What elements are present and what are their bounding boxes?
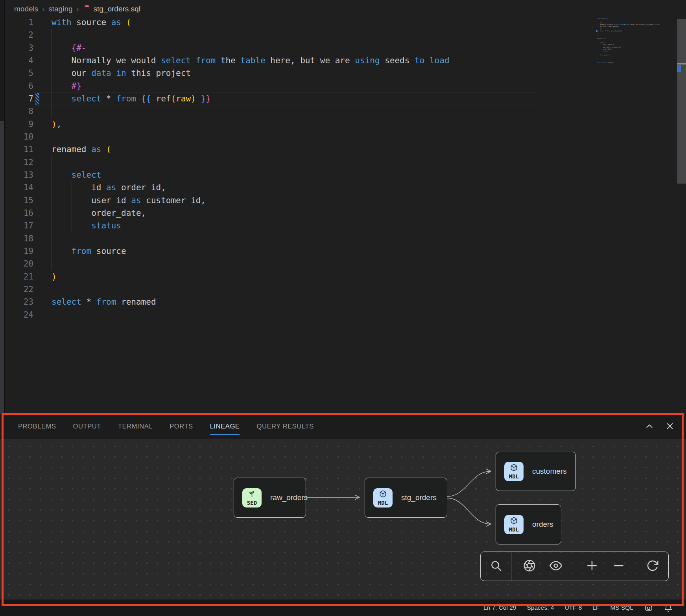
git-modified-gutter-icon [35, 93, 39, 105]
code-line[interactable]: 24 [4, 309, 686, 321]
panel-tab-ports[interactable]: PORTS [170, 421, 193, 432]
code-line[interactable]: 13 select [4, 169, 686, 181]
code-line[interactable]: 3 {#- [4, 42, 686, 54]
code-line[interactable]: 5 our data in this project [4, 67, 686, 79]
lineage-node-orders[interactable]: MDLorders [496, 504, 561, 544]
breadcrumb-item[interactable]: staging [48, 5, 72, 13]
panel-tab-problems[interactable]: PROBLEMS [18, 421, 56, 432]
refresh-icon [646, 559, 659, 574]
vscode-window: models›staging›stg_orders.sql 1with sour… [0, 0, 686, 616]
code-line[interactable]: 2 [4, 29, 686, 41]
line-number[interactable]: 14 [4, 181, 33, 194]
line-number[interactable]: 2 [4, 29, 33, 41]
code-line[interactable]: 21) [4, 270, 686, 283]
lineage-canvas[interactable]: SEDraw_ordersMDLstg_ordersMDLcustomersMD… [0, 439, 686, 599]
status-bar: Ln 7, Col 29Spaces: 4UTF-8LFMS SQL [0, 599, 686, 616]
status-item[interactable]: Ln 7, Col 29 [483, 604, 516, 611]
status-item[interactable]: UTF-8 [564, 604, 582, 611]
code-line[interactable]: 16 order_date, [4, 207, 686, 219]
code-line[interactable]: 14 id as order_id, [4, 181, 686, 194]
code-line[interactable]: 9), [4, 118, 686, 131]
line-number[interactable]: 22 [4, 283, 33, 296]
line-number[interactable]: 8 [4, 105, 33, 118]
line-number[interactable]: 4 [4, 54, 33, 67]
line-number[interactable]: 16 [4, 207, 33, 219]
indent-guide-icon [52, 92, 52, 105]
indent-guide-icon [52, 257, 52, 270]
code-text [33, 257, 686, 270]
line-number[interactable]: 18 [4, 232, 33, 245]
panel-maximize-chevron-up-icon[interactable] [644, 421, 655, 431]
aperture-button[interactable] [521, 558, 538, 575]
breadcrumb-file[interactable]: stg_orders.sql [83, 4, 140, 14]
line-number[interactable]: 21 [4, 270, 33, 283]
zoom-in-button[interactable] [583, 558, 601, 575]
code-line[interactable]: 23select * from renamed [4, 296, 686, 308]
code-line[interactable]: 22 [4, 283, 686, 296]
breadcrumb: models›staging›stg_orders.sql [14, 3, 140, 15]
scrollbar-slider[interactable] [677, 19, 686, 184]
zoom-in-icon [586, 559, 598, 574]
code-line[interactable]: 11renamed as ( [4, 143, 686, 156]
line-number[interactable]: 1 [4, 16, 33, 29]
model-badge-icon: MDL [504, 462, 524, 481]
code-line[interactable]: 17 status [4, 219, 686, 232]
lineage-node-stg_orders[interactable]: MDLstg_orders [365, 478, 447, 518]
code-line[interactable]: 19 from source [4, 245, 686, 257]
line-number[interactable]: 20 [4, 257, 33, 270]
lineage-node-customers[interactable]: MDLcustomers [496, 452, 576, 491]
panel-tab-output[interactable]: OUTPUT [73, 421, 101, 432]
lineage-node-raw_orders[interactable]: SEDraw_orders [234, 478, 306, 518]
minimap[interactable]: with source as ( {#- Normally we would s… [597, 18, 676, 73]
line-number[interactable]: 6 [4, 80, 33, 92]
panel-tab-query-results[interactable]: QUERY RESULTS [256, 421, 313, 432]
indent-guide-icon [52, 80, 52, 92]
line-number[interactable]: 15 [4, 194, 33, 207]
line-number[interactable]: 23 [4, 296, 33, 308]
code-line[interactable]: 6 #} [4, 80, 686, 92]
line-number[interactable]: 12 [4, 156, 33, 169]
status-item[interactable]: Spaces: 4 [527, 604, 554, 611]
code-text: user_id as customer_id, [33, 194, 686, 207]
breadcrumb-item[interactable]: models [14, 5, 38, 13]
line-number[interactable]: 24 [4, 309, 33, 321]
code-line[interactable]: 18 [4, 232, 686, 245]
status-item[interactable]: LF [592, 604, 599, 611]
code-line[interactable]: 20 [4, 257, 686, 270]
line-number[interactable]: 19 [4, 245, 33, 257]
panel-tab-lineage[interactable]: LINEAGE [210, 421, 240, 432]
line-number[interactable]: 5 [4, 67, 33, 79]
status-item[interactable]: MS SQL [610, 604, 633, 611]
eye-button[interactable] [547, 558, 564, 575]
code-line[interactable]: 10 [4, 131, 686, 143]
line-number[interactable]: 3 [4, 42, 33, 54]
node-label: customers [532, 467, 567, 476]
search-button[interactable] [487, 558, 505, 575]
code-line[interactable]: 1with source as ( [4, 16, 686, 29]
line-number[interactable]: 13 [4, 169, 33, 181]
line-number[interactable]: 10 [4, 131, 33, 143]
code-text: id as order_id, [33, 181, 686, 194]
code-line[interactable]: 7 select * from {{ ref(raw) }} [4, 92, 686, 105]
search-icon [490, 559, 502, 574]
indent-guide-icon [72, 194, 72, 207]
left-edge-notch [0, 121, 4, 414]
code-line[interactable]: 15 user_id as customer_id, [4, 194, 686, 207]
code-editor[interactable]: 1with source as (23 {#-4 Normally we wou… [4, 16, 686, 321]
zoom-out-button[interactable] [610, 558, 627, 575]
refresh-button[interactable] [644, 558, 661, 575]
indent-guide-icon [52, 54, 52, 67]
line-number[interactable]: 9 [4, 118, 33, 131]
line-number[interactable]: 17 [4, 219, 33, 232]
code-line[interactable]: 8 [4, 105, 686, 118]
breadcrumb-separator-icon: › [42, 5, 44, 13]
copilot-icon[interactable] [644, 603, 653, 612]
code-line[interactable]: 12 [4, 156, 686, 169]
panel-tab-terminal[interactable]: TERMINAL [118, 421, 153, 432]
model-badge-icon: MDL [504, 515, 524, 534]
panel-close-icon[interactable] [665, 421, 675, 431]
line-number[interactable]: 7 [4, 92, 33, 105]
bell-icon[interactable] [664, 603, 673, 612]
code-line[interactable]: 4 Normally we would select from the tabl… [4, 54, 686, 67]
line-number[interactable]: 11 [4, 143, 33, 156]
